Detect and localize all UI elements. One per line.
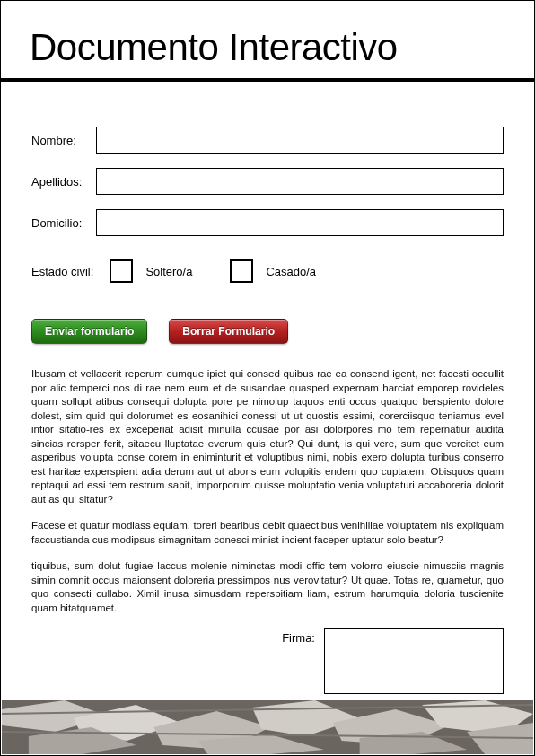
paragraph-2: Facese et quatur modiass equiam, toreri … bbox=[31, 519, 504, 547]
apellidos-input[interactable] bbox=[96, 168, 504, 195]
nombre-label: Nombre: bbox=[31, 134, 96, 147]
page-title: Documento Interactivo bbox=[1, 1, 534, 78]
signature-box[interactable] bbox=[324, 628, 504, 694]
domicilio-input[interactable] bbox=[96, 209, 504, 236]
submit-button[interactable]: Enviar formulario bbox=[31, 319, 147, 344]
nombre-input[interactable] bbox=[96, 127, 504, 154]
soltero-checkbox[interactable] bbox=[110, 259, 133, 283]
paragraph-3: tiquibus, sum dolut fugiae laccus moleni… bbox=[31, 559, 504, 615]
casado-label: Casado/a bbox=[266, 265, 316, 278]
signature-label: Firma: bbox=[282, 628, 315, 645]
domicilio-label: Domicilio: bbox=[31, 216, 96, 230]
soltero-label: Soltero/a bbox=[145, 265, 192, 278]
casado-checkbox[interactable] bbox=[230, 259, 253, 283]
estado-civil-label: Estado civil: bbox=[31, 265, 93, 278]
paragraph-1: Ibusam et vellacerit reperum eumque ipie… bbox=[31, 367, 504, 506]
apellidos-label: Apellidos: bbox=[31, 175, 96, 189]
reset-button[interactable]: Borrar Formulario bbox=[169, 319, 288, 344]
footer-image bbox=[2, 700, 533, 754]
